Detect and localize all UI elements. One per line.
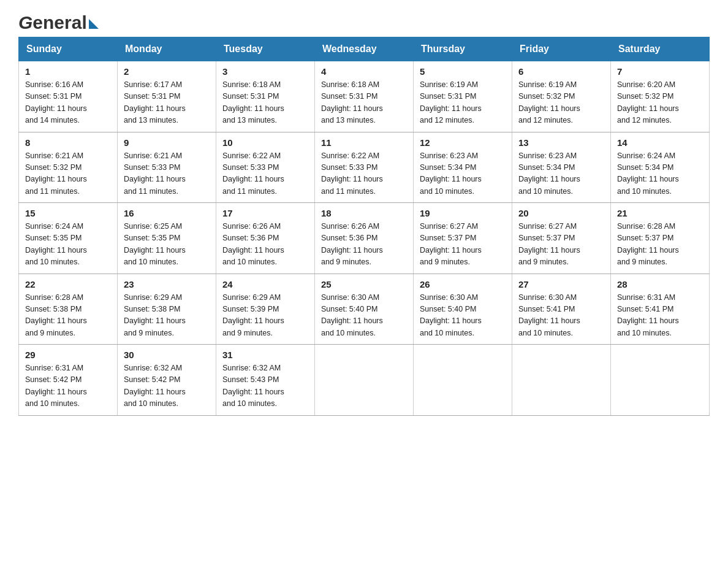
calendar-cell: 16 Sunrise: 6:25 AMSunset: 5:35 PMDaylig… <box>118 203 216 274</box>
calendar-cell: 9 Sunrise: 6:21 AMSunset: 5:33 PMDayligh… <box>118 132 216 203</box>
day-number: 12 <box>420 137 506 148</box>
header-saturday: Saturday <box>611 37 710 61</box>
calendar-cell: 11 Sunrise: 6:22 AMSunset: 5:33 PMDaylig… <box>315 132 414 203</box>
day-number: 23 <box>124 279 210 289</box>
day-number: 27 <box>518 279 604 289</box>
day-info: Sunrise: 6:31 AMSunset: 5:41 PMDaylight:… <box>617 292 703 340</box>
day-number: 21 <box>617 208 703 218</box>
calendar-cell: 5 Sunrise: 6:19 AMSunset: 5:31 PMDayligh… <box>414 61 512 132</box>
day-number: 7 <box>617 66 703 77</box>
calendar-week-row: 1 Sunrise: 6:16 AMSunset: 5:31 PMDayligh… <box>19 61 710 132</box>
calendar-cell <box>414 345 512 416</box>
day-info: Sunrise: 6:27 AMSunset: 5:37 PMDaylight:… <box>518 221 604 269</box>
header-thursday: Thursday <box>414 37 512 61</box>
calendar-cell <box>315 345 414 416</box>
day-info: Sunrise: 6:29 AMSunset: 5:39 PMDaylight:… <box>222 292 308 340</box>
calendar-cell: 29 Sunrise: 6:31 AMSunset: 5:42 PMDaylig… <box>19 345 118 416</box>
calendar-cell: 8 Sunrise: 6:21 AMSunset: 5:32 PMDayligh… <box>19 132 118 203</box>
calendar-cell: 20 Sunrise: 6:27 AMSunset: 5:37 PMDaylig… <box>512 203 611 274</box>
calendar-cell: 28 Sunrise: 6:31 AMSunset: 5:41 PMDaylig… <box>611 274 710 345</box>
day-number: 16 <box>124 208 210 218</box>
calendar-cell: 17 Sunrise: 6:26 AMSunset: 5:36 PMDaylig… <box>216 203 315 274</box>
day-number: 2 <box>124 66 210 77</box>
day-info: Sunrise: 6:32 AMSunset: 5:43 PMDaylight:… <box>222 362 308 410</box>
day-info: Sunrise: 6:18 AMSunset: 5:31 PMDaylight:… <box>321 79 407 127</box>
calendar-cell: 7 Sunrise: 6:20 AMSunset: 5:32 PMDayligh… <box>611 61 710 132</box>
calendar-cell: 22 Sunrise: 6:28 AMSunset: 5:38 PMDaylig… <box>19 274 118 345</box>
day-number: 6 <box>518 66 604 77</box>
day-number: 11 <box>321 137 407 148</box>
calendar-cell: 18 Sunrise: 6:26 AMSunset: 5:36 PMDaylig… <box>315 203 414 274</box>
logo-triangle-icon <box>89 19 99 29</box>
header-wednesday: Wednesday <box>315 37 414 61</box>
day-number: 5 <box>420 66 506 77</box>
day-number: 30 <box>124 350 210 360</box>
day-number: 22 <box>25 279 111 289</box>
day-info: Sunrise: 6:17 AMSunset: 5:31 PMDaylight:… <box>124 79 210 127</box>
page-header: G eneral <box>18 12 710 31</box>
calendar-cell: 19 Sunrise: 6:27 AMSunset: 5:37 PMDaylig… <box>414 203 512 274</box>
day-info: Sunrise: 6:30 AMSunset: 5:40 PMDaylight:… <box>420 292 506 340</box>
day-info: Sunrise: 6:30 AMSunset: 5:41 PMDaylight:… <box>518 292 604 340</box>
calendar-cell <box>512 345 611 416</box>
day-number: 15 <box>25 208 111 218</box>
header-monday: Monday <box>118 37 216 61</box>
day-info: Sunrise: 6:29 AMSunset: 5:38 PMDaylight:… <box>124 292 210 340</box>
day-number: 24 <box>222 279 308 289</box>
day-info: Sunrise: 6:28 AMSunset: 5:37 PMDaylight:… <box>617 221 703 269</box>
day-number: 10 <box>222 137 308 148</box>
calendar-week-row: 8 Sunrise: 6:21 AMSunset: 5:32 PMDayligh… <box>19 132 710 203</box>
day-info: Sunrise: 6:21 AMSunset: 5:32 PMDaylight:… <box>25 150 111 198</box>
calendar-cell: 2 Sunrise: 6:17 AMSunset: 5:31 PMDayligh… <box>118 61 216 132</box>
calendar-cell: 30 Sunrise: 6:32 AMSunset: 5:42 PMDaylig… <box>118 345 216 416</box>
day-number: 31 <box>222 350 308 360</box>
day-info: Sunrise: 6:23 AMSunset: 5:34 PMDaylight:… <box>518 150 604 198</box>
calendar-week-row: 29 Sunrise: 6:31 AMSunset: 5:42 PMDaylig… <box>19 345 710 416</box>
calendar-cell: 31 Sunrise: 6:32 AMSunset: 5:43 PMDaylig… <box>216 345 315 416</box>
logo-eneral: eneral <box>32 12 86 33</box>
calendar-cell <box>611 345 710 416</box>
day-number: 8 <box>25 137 111 148</box>
calendar-cell: 3 Sunrise: 6:18 AMSunset: 5:31 PMDayligh… <box>216 61 315 132</box>
calendar-cell: 10 Sunrise: 6:22 AMSunset: 5:33 PMDaylig… <box>216 132 315 203</box>
calendar-cell: 4 Sunrise: 6:18 AMSunset: 5:31 PMDayligh… <box>315 61 414 132</box>
header-tuesday: Tuesday <box>216 37 315 61</box>
day-info: Sunrise: 6:19 AMSunset: 5:31 PMDaylight:… <box>420 79 506 127</box>
day-number: 3 <box>222 66 308 77</box>
day-number: 14 <box>617 137 703 148</box>
day-info: Sunrise: 6:22 AMSunset: 5:33 PMDaylight:… <box>222 150 308 198</box>
calendar-week-row: 15 Sunrise: 6:24 AMSunset: 5:35 PMDaylig… <box>19 203 710 274</box>
calendar-cell: 24 Sunrise: 6:29 AMSunset: 5:39 PMDaylig… <box>216 274 315 345</box>
day-number: 13 <box>518 137 604 148</box>
calendar-cell: 27 Sunrise: 6:30 AMSunset: 5:41 PMDaylig… <box>512 274 611 345</box>
day-info: Sunrise: 6:23 AMSunset: 5:34 PMDaylight:… <box>420 150 506 198</box>
day-number: 18 <box>321 208 407 218</box>
logo: G eneral <box>18 12 99 31</box>
day-number: 26 <box>420 279 506 289</box>
logo-row1: G eneral <box>18 12 99 33</box>
day-info: Sunrise: 6:22 AMSunset: 5:33 PMDaylight:… <box>321 150 407 198</box>
calendar-cell: 25 Sunrise: 6:30 AMSunset: 5:40 PMDaylig… <box>315 274 414 345</box>
day-info: Sunrise: 6:25 AMSunset: 5:35 PMDaylight:… <box>124 221 210 269</box>
day-number: 9 <box>124 137 210 148</box>
day-number: 19 <box>420 208 506 218</box>
calendar-cell: 14 Sunrise: 6:24 AMSunset: 5:34 PMDaylig… <box>611 132 710 203</box>
day-number: 20 <box>518 208 604 218</box>
day-number: 4 <box>321 66 407 77</box>
calendar-cell: 1 Sunrise: 6:16 AMSunset: 5:31 PMDayligh… <box>19 61 118 132</box>
day-info: Sunrise: 6:26 AMSunset: 5:36 PMDaylight:… <box>222 221 308 269</box>
day-info: Sunrise: 6:27 AMSunset: 5:37 PMDaylight:… <box>420 221 506 269</box>
calendar-cell: 13 Sunrise: 6:23 AMSunset: 5:34 PMDaylig… <box>512 132 611 203</box>
calendar-table: SundayMondayTuesdayWednesdayThursdayFrid… <box>18 37 710 416</box>
day-info: Sunrise: 6:20 AMSunset: 5:32 PMDaylight:… <box>617 79 703 127</box>
calendar-cell: 12 Sunrise: 6:23 AMSunset: 5:34 PMDaylig… <box>414 132 512 203</box>
calendar-cell: 26 Sunrise: 6:30 AMSunset: 5:40 PMDaylig… <box>414 274 512 345</box>
day-info: Sunrise: 6:28 AMSunset: 5:38 PMDaylight:… <box>25 292 111 340</box>
day-info: Sunrise: 6:16 AMSunset: 5:31 PMDaylight:… <box>25 79 111 127</box>
day-info: Sunrise: 6:26 AMSunset: 5:36 PMDaylight:… <box>321 221 407 269</box>
calendar-cell: 21 Sunrise: 6:28 AMSunset: 5:37 PMDaylig… <box>611 203 710 274</box>
logo-g: G <box>18 12 32 33</box>
day-info: Sunrise: 6:24 AMSunset: 5:35 PMDaylight:… <box>25 221 111 269</box>
day-number: 29 <box>25 350 111 360</box>
calendar-header-row: SundayMondayTuesdayWednesdayThursdayFrid… <box>19 37 710 61</box>
